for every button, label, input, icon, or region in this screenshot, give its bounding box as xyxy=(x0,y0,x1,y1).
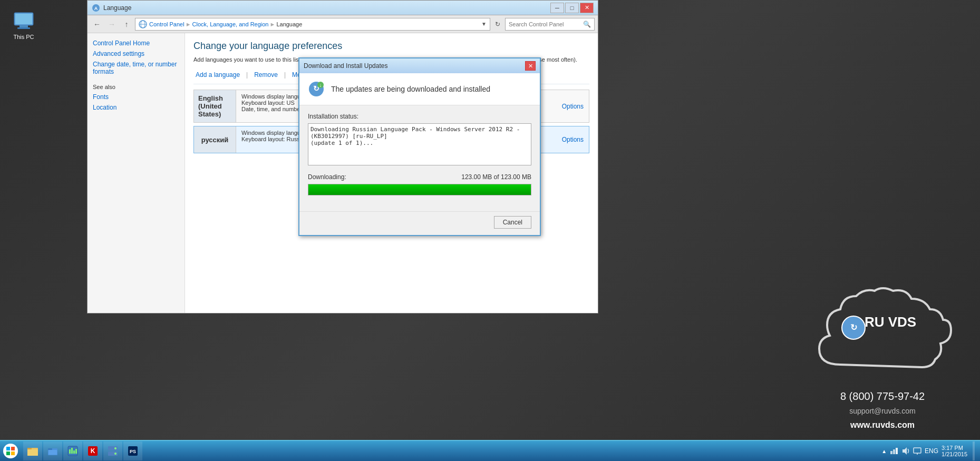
remove-button[interactable]: Remove xyxy=(252,70,280,80)
svg-rect-27 xyxy=(69,449,71,454)
svg-point-36 xyxy=(114,453,117,455)
ruvds-email: support@ruvds.com xyxy=(795,405,969,418)
download-dialog: Download and Install Updates ✕ ↻ ↓ The u… xyxy=(298,57,541,236)
desktop: This PC A Language ─ □ ✕ ← → ↑ xyxy=(0,0,980,461)
maximize-button[interactable]: □ xyxy=(565,3,579,13)
systray-language[interactable]: ENG xyxy=(925,447,938,455)
up-button[interactable]: ↑ xyxy=(120,18,133,31)
taskbar-task-manager[interactable] xyxy=(63,442,82,460)
svg-rect-16 xyxy=(6,447,10,450)
cancel-button[interactable]: Cancel xyxy=(494,216,531,229)
progress-bar-container xyxy=(308,184,531,195)
svg-rect-24 xyxy=(48,448,52,450)
speaker-icon xyxy=(901,447,910,455)
see-also-title: See also xyxy=(93,84,179,90)
add-language-button[interactable]: Add a language xyxy=(193,70,242,80)
taskbar-folder[interactable] xyxy=(43,442,62,460)
network-icon xyxy=(890,447,898,455)
display-icon xyxy=(913,447,921,455)
sidebar: Control Panel Home Advanced settings Cha… xyxy=(88,33,185,313)
english-options: Options xyxy=(557,90,589,122)
download-size: 123.00 MB of 123.00 MB xyxy=(461,173,531,181)
task-manager-icon xyxy=(67,445,79,457)
downloading-label: Downloading: xyxy=(308,173,346,181)
svg-rect-40 xyxy=(893,449,895,454)
breadcrumb-control-panel[interactable]: Control Panel xyxy=(149,21,185,27)
sidebar-fonts[interactable]: Fonts xyxy=(93,93,179,101)
search-box[interactable]: 🔍 xyxy=(505,18,595,31)
progress-bar-fill xyxy=(308,184,531,195)
svg-text:K: K xyxy=(91,447,95,455)
status-textarea xyxy=(308,123,531,165)
ruvds-info: 8 (800) 775-97-42 support@ruvds.com www.… xyxy=(795,387,969,432)
svg-rect-19 xyxy=(11,452,15,455)
search-input[interactable] xyxy=(509,21,583,27)
desktop-icon-label: This PC xyxy=(13,34,34,40)
back-button[interactable]: ← xyxy=(91,18,103,31)
address-dropdown-icon[interactable]: ▼ xyxy=(481,21,487,27)
nav-bar: ← → ↑ Control Panel ► Clock, Language, a… xyxy=(88,15,598,33)
dialog-header-text: The updates are being downloaded and ins… xyxy=(331,85,490,93)
systray-triangle[interactable]: ▲ xyxy=(881,448,887,454)
english-options-link[interactable]: Options xyxy=(562,103,584,110)
svg-rect-28 xyxy=(71,448,73,454)
taskbar: K PS ▲ xyxy=(0,440,980,461)
taskbar-antivirus[interactable]: K xyxy=(83,442,102,460)
svg-text:RU VDS: RU VDS xyxy=(865,314,916,330)
svg-rect-41 xyxy=(896,448,898,454)
svg-text:↓: ↓ xyxy=(319,82,322,88)
address-globe-icon xyxy=(139,20,147,28)
svg-rect-21 xyxy=(27,449,38,456)
sidebar-date-time[interactable]: Change date, time, or number formats xyxy=(93,61,179,75)
russian-options-link[interactable]: Options xyxy=(562,136,584,143)
svg-rect-43 xyxy=(914,448,921,453)
svg-point-35 xyxy=(114,447,117,449)
svg-rect-1 xyxy=(15,14,32,24)
english-flag: English (United States) xyxy=(194,90,236,122)
close-button[interactable]: ✕ xyxy=(580,3,594,13)
main-window: A Language ─ □ ✕ ← → ↑ Con xyxy=(87,0,598,313)
windows-logo-icon xyxy=(3,444,18,458)
ruvds-url: www.ruvds.com xyxy=(795,418,969,432)
breadcrumb-clock-region[interactable]: Clock, Language, and Region xyxy=(192,21,269,27)
dialog-titlebar: Download and Install Updates ✕ xyxy=(299,58,540,73)
cloud-logo-icon: ↻ RU VDS xyxy=(809,280,956,386)
dialog-body: Installation status: Downloading: 123.00… xyxy=(299,105,540,211)
minimize-button[interactable]: ─ xyxy=(550,3,564,13)
taskbar-powershell[interactable]: PS xyxy=(123,442,142,460)
download-info-row: Downloading: 123.00 MB of 123.00 MB xyxy=(308,173,531,181)
page-title: Change your language preferences xyxy=(193,41,589,52)
sidebar-location[interactable]: Location xyxy=(93,104,179,111)
svg-rect-30 xyxy=(75,449,77,454)
antivirus-icon: K xyxy=(87,445,99,457)
window-icon: A xyxy=(92,4,100,12)
this-pc-desktop-icon[interactable]: This PC xyxy=(5,11,42,40)
dialog-title: Download and Install Updates xyxy=(304,62,387,70)
window-title: Language xyxy=(103,4,131,12)
dialog-close-button[interactable]: ✕ xyxy=(525,61,536,71)
refresh-button[interactable]: ↻ xyxy=(492,19,503,30)
svg-text:↻: ↻ xyxy=(850,323,857,332)
taskbar-file-explorer[interactable] xyxy=(23,442,42,460)
svg-rect-29 xyxy=(73,450,75,454)
this-pc-icon xyxy=(13,11,34,32)
dialog-footer: Cancel xyxy=(299,211,540,235)
taskbar-server-manager[interactable] xyxy=(103,442,122,460)
svg-rect-22 xyxy=(27,448,32,449)
svg-text:PS: PS xyxy=(130,449,136,454)
svg-rect-17 xyxy=(11,447,15,450)
forward-button[interactable]: → xyxy=(105,18,118,31)
folder-icon xyxy=(47,445,59,457)
ruvds-branding: ↻ RU VDS 8 (800) 775-97-42 support@ruvds… xyxy=(795,280,969,432)
dialog-header-icon: ↻ ↓ xyxy=(308,81,325,97)
russian-options: Options xyxy=(557,126,589,153)
sidebar-advanced-settings[interactable]: Advanced settings xyxy=(93,50,179,57)
search-icon[interactable]: 🔍 xyxy=(583,21,591,28)
russian-name: русский xyxy=(201,136,229,144)
powershell-icon: PS xyxy=(127,445,139,457)
svg-marker-42 xyxy=(903,447,907,455)
sidebar-home-link[interactable]: Control Panel Home xyxy=(93,40,179,47)
start-button[interactable] xyxy=(0,440,21,461)
server-manager-icon xyxy=(107,445,119,457)
show-desktop-button[interactable] xyxy=(973,442,975,460)
